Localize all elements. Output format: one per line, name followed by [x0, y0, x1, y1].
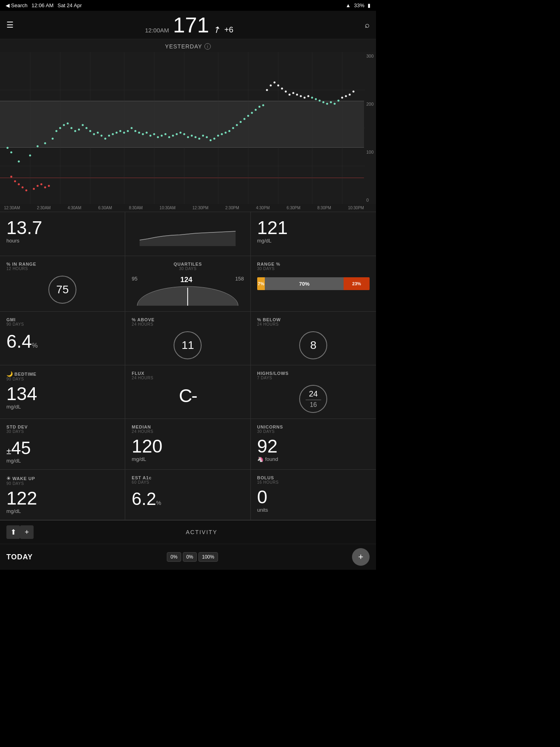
svg-point-100: [315, 98, 317, 100]
add-button[interactable]: +: [20, 525, 34, 539]
glucose-value: 171: [173, 14, 209, 36]
svg-point-95: [296, 94, 298, 96]
pct-below-label: % BELOW: [257, 317, 370, 322]
std-dev-value: 45: [11, 439, 31, 457]
status-date: Sat 24 Apr: [58, 2, 82, 8]
fab-add-button[interactable]: +: [352, 548, 370, 566]
svg-point-22: [44, 186, 46, 188]
chart-y-labels: 300 200 100 0: [366, 52, 374, 204]
svg-point-16: [18, 183, 20, 185]
search-icon[interactable]: ⌕: [365, 20, 370, 30]
pct-below-sublabel: 24 HOURS: [257, 322, 370, 326]
highs-lows-label: HIGHS/LOWS: [257, 371, 370, 376]
bedtime-stat: 🌙 BEDTIME 90 DAYS 134 mg/dL: [0, 365, 125, 419]
svg-point-107: [341, 97, 343, 99]
wake-up-label: WAKE UP: [12, 476, 35, 481]
quartiles-stat: QUARTILES 30 DAYS 95 124 158: [125, 256, 250, 312]
bedtime-unit: mg/dL: [6, 404, 21, 410]
app-header: ☰ 12:00AM 171 ↗ +6 ⌕: [0, 11, 376, 39]
quartile-high: 158: [235, 276, 244, 284]
svg-point-23: [48, 185, 50, 187]
in-range-label: % IN RANGE: [6, 262, 118, 266]
wifi-icon: ▲: [346, 2, 351, 8]
lows-value: 16: [310, 400, 317, 409]
pct-badge-1[interactable]: 0%: [167, 552, 181, 562]
wakeup-sun-icon: ✳: [6, 475, 11, 481]
bedtime-label: BEDTIME: [14, 372, 36, 377]
flux-stat: FLUX 24 HOURS C-: [125, 365, 250, 419]
pct-below-stat: % BELOW 24 HOURS 8: [251, 312, 376, 365]
back-search[interactable]: ◀ Search: [6, 2, 28, 8]
hours-stat: 13.7 hours: [0, 212, 125, 256]
in-range-value: 75: [56, 283, 69, 296]
svg-point-26: [18, 160, 20, 162]
info-icon[interactable]: i: [204, 43, 211, 50]
activity-bar: ⬆ + ACTIVITY: [0, 520, 376, 544]
median-label: MEDIAN: [132, 425, 151, 429]
highs-value: 24: [306, 389, 322, 400]
pct-badge-2[interactable]: 0%: [183, 552, 197, 562]
menu-icon[interactable]: ☰: [6, 20, 14, 30]
median-unit: mg/dL: [132, 456, 146, 462]
scroll-up-button[interactable]: ⬆: [6, 525, 20, 539]
trend-arrow-icon: ↗: [211, 23, 222, 36]
mgdl-stat: 121 mg/dL: [251, 212, 376, 256]
svg-point-98: [307, 95, 309, 97]
highs-lows-sublabel: 7 DAYS: [257, 376, 370, 380]
svg-point-17: [22, 186, 24, 188]
bolus-stat: BOLUS 16 HOURS 0 units: [251, 470, 376, 520]
pct-badge-3[interactable]: 100%: [198, 552, 218, 562]
range-pct-label: RANGE %: [257, 262, 280, 266]
today-percentages: 0% 0% 100%: [167, 552, 218, 562]
svg-point-99: [311, 97, 313, 99]
flux-label: FLUX: [132, 371, 244, 376]
unicorns-sublabel: 30 DAYS: [257, 429, 275, 434]
glucose-chart[interactable]: 300 200 100 0: [0, 52, 376, 204]
highs-lows-stat: HIGHS/LOWS 7 DAYS 24 16: [251, 365, 376, 419]
in-range-circle: 75: [48, 276, 76, 304]
header-center: 12:00AM 171 ↗ +6: [145, 14, 234, 36]
header-time: 12:00AM: [145, 27, 169, 34]
unicorns-value: 92: [257, 437, 278, 455]
svg-point-109: [349, 94, 351, 96]
range-in-pct: 70%: [265, 277, 344, 290]
est-a1c-stat: EST A1c 60 DAYS 6.2 %: [125, 470, 250, 520]
quartile-bell-svg: [132, 286, 244, 306]
unicorns-label: UNICORNS: [257, 425, 283, 429]
pct-below-value: 8: [310, 339, 317, 352]
range-above-pct: 23%: [344, 277, 370, 290]
median-value: 120: [132, 437, 162, 455]
quartiles-label: QUARTILES: [174, 262, 202, 266]
svg-point-88: [270, 84, 272, 86]
svg-point-27: [29, 154, 31, 156]
flux-sublabel: 24 HOURS: [132, 376, 244, 380]
svg-point-91: [281, 88, 283, 90]
quartiles-sublabel: 30 DAYS: [179, 266, 197, 271]
bedtime-value: 134: [6, 385, 37, 403]
chart-x-labels: 12:30AM 2:30AM 4:30AM 6:30AM 8:30AM 10:3…: [0, 204, 376, 212]
std-dev-sublabel: 30 DAYS: [6, 429, 24, 434]
pct-above-value: 11: [182, 339, 194, 352]
svg-point-87: [266, 89, 268, 91]
gmi-value: 6.4: [6, 332, 32, 350]
svg-point-18: [25, 189, 27, 191]
svg-point-14: [10, 176, 12, 178]
wake-up-unit: mg/dL: [6, 508, 21, 514]
activity-label: ACTIVITY: [34, 529, 370, 535]
svg-point-21: [40, 183, 42, 185]
battery-icon: ▮: [368, 2, 370, 8]
pct-above-circle: 11: [174, 331, 202, 359]
gmi-sublabel: 90 DAYS: [6, 322, 24, 326]
status-bar: ◀ Search 12:06 AM Sat 24 Apr ▲ 33% ▮: [0, 0, 376, 11]
unicorns-stat: UNICORNS 30 DAYS 92 🦄 found: [251, 419, 376, 470]
wake-up-stat: ✳ WAKE UP 90 DAYS 122 mg/dL: [0, 470, 125, 520]
bolus-sublabel: 16 HOURS: [257, 480, 279, 485]
svg-point-92: [285, 90, 287, 92]
glucose-delta: +6: [224, 25, 234, 34]
svg-point-15: [14, 180, 16, 182]
quartile-chart: 95 124 158: [132, 276, 244, 306]
median-stat: MEDIAN 24 HOURS 120 mg/dL: [125, 419, 250, 470]
svg-point-19: [33, 188, 35, 190]
quartile-median: 124: [180, 276, 192, 284]
range-pct-sublabel: 30 DAYS: [257, 266, 275, 271]
